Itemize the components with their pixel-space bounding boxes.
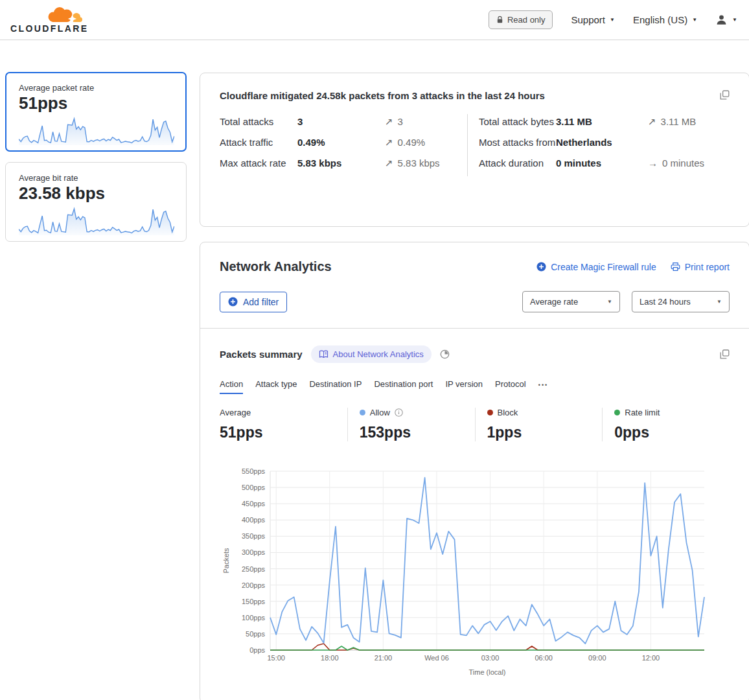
read-only-badge: Read only <box>489 10 553 29</box>
plus-circle-icon <box>228 297 238 307</box>
svg-text:200pps: 200pps <box>242 581 266 589</box>
user-menu[interactable]: ▼ <box>715 14 737 26</box>
lock-icon <box>496 16 503 24</box>
stat-label: Total attacks <box>220 114 297 129</box>
attack-summary-title: Cloudflare mitigated 24.58k packets from… <box>220 90 545 101</box>
legend-label: Block <box>498 408 518 417</box>
trend-up-icon: ↗ <box>648 114 656 129</box>
svg-text:500pps: 500pps <box>242 484 266 491</box>
legend-value: 153pps <box>360 424 475 441</box>
arrow-right-icon: → <box>648 156 658 170</box>
chevron-down-icon: ▼ <box>610 18 615 23</box>
stat-row: Attack duration 0 minutes →0 minutes <box>479 156 730 170</box>
packets-time-series-chart: 0pps50pps100pps150pps200pps250pps300pps3… <box>220 467 730 681</box>
network-analytics-panel: Network Analytics Create Magic Firewall … <box>200 242 749 700</box>
svg-text:Wed 06: Wed 06 <box>424 654 449 662</box>
about-network-analytics-badge[interactable]: About Network Analytics <box>311 345 432 363</box>
stat-row: Attack traffic 0.49% ↗0.49% <box>220 135 467 150</box>
svg-text:15:00: 15:00 <box>267 654 285 662</box>
legend-label: Average <box>220 408 251 417</box>
svg-text:Packets: Packets <box>222 548 230 574</box>
tab-ip-version[interactable]: IP version <box>445 379 483 394</box>
trend-up-icon: ↗ <box>385 156 393 170</box>
stat-label: Total attack bytes <box>479 114 556 129</box>
time-select-value: Last 24 hours <box>640 297 691 307</box>
chevron-down-icon: ▼ <box>607 299 612 305</box>
chevron-down-icon: ▼ <box>732 18 737 23</box>
cloudflare-cloud-icon <box>45 5 86 25</box>
tab-action[interactable]: Action <box>220 379 243 394</box>
stat-change: 5.83 kbps <box>398 156 440 170</box>
chevron-down-icon: ▼ <box>717 299 722 305</box>
chevron-down-icon: ▼ <box>692 18 697 23</box>
info-icon[interactable] <box>395 408 403 417</box>
card-average-packet-rate[interactable]: Average packet rate 51pps <box>5 72 187 152</box>
more-tabs-icon[interactable]: ••• <box>538 382 548 394</box>
user-icon <box>715 14 728 26</box>
tab-protocol[interactable]: Protocol <box>495 379 526 394</box>
stat-value: 3.11 MB <box>556 114 648 129</box>
attack-summary-panel: Cloudflare mitigated 24.58k packets from… <box>200 73 749 227</box>
rate-select-value: Average rate <box>530 297 578 307</box>
svg-text:150pps: 150pps <box>242 598 266 605</box>
legend-value: 1pps <box>487 424 603 441</box>
card-label: Average bit rate <box>19 173 173 183</box>
svg-text:250pps: 250pps <box>242 565 266 573</box>
print-report-label: Print report <box>685 262 730 272</box>
svg-text:Time (local): Time (local) <box>468 668 505 676</box>
card-average-bit-rate[interactable]: Average bit rate 23.58 kbps <box>5 162 187 242</box>
time-range-select[interactable]: Last 24 hours ▼ <box>632 291 730 312</box>
printer-icon <box>671 262 680 272</box>
cloudflare-logo[interactable]: CLOUDFLARE <box>10 4 83 36</box>
svg-text:50pps: 50pps <box>246 630 265 638</box>
language-menu[interactable]: English (US) ▼ <box>633 14 697 25</box>
legend-value: 0pps <box>614 424 730 441</box>
copy-icon[interactable] <box>720 90 730 100</box>
print-report-link[interactable]: Print report <box>671 262 730 272</box>
svg-text:06:00: 06:00 <box>535 654 553 662</box>
rate-type-select[interactable]: Average rate ▼ <box>522 291 620 312</box>
copy-icon[interactable] <box>720 349 730 359</box>
support-menu[interactable]: Support ▼ <box>571 14 614 25</box>
support-label: Support <box>571 14 605 25</box>
legend-allow: Allow 153pps <box>347 408 475 441</box>
rate-limit-dot-icon <box>614 410 620 415</box>
card-label: Average packet rate <box>19 83 173 93</box>
svg-text:21:00: 21:00 <box>374 654 393 662</box>
stat-label: Max attack rate <box>220 156 297 170</box>
stat-label: Most attacks from <box>479 135 556 150</box>
language-label: English (US) <box>633 14 687 25</box>
svg-text:300pps: 300pps <box>242 548 266 556</box>
stat-value: 0 minutes <box>556 156 648 170</box>
create-rule-label: Create Magic Firewall rule <box>551 262 656 272</box>
stat-row: Most attacks from Netherlands <box>479 135 730 150</box>
stat-value: 3 <box>297 114 385 129</box>
tab-destination-ip[interactable]: Destination IP <box>309 379 362 394</box>
create-magic-firewall-rule-link[interactable]: Create Magic Firewall rule <box>536 262 656 272</box>
svg-text:09:00: 09:00 <box>588 654 606 662</box>
svg-text:12:00: 12:00 <box>642 654 660 662</box>
stat-change: 3 <box>398 114 403 129</box>
svg-text:18:00: 18:00 <box>321 654 339 662</box>
stat-value: 5.83 kbps <box>297 156 385 170</box>
packet-rate-sparkline <box>19 115 174 145</box>
legend-value: 51pps <box>220 424 347 441</box>
badge-label: About Network Analytics <box>333 349 424 359</box>
app-header: CLOUDFLARE Read only Support ▼ English (… <box>0 0 749 40</box>
stat-label: Attack duration <box>479 156 556 170</box>
time-window-icon[interactable] <box>440 349 450 359</box>
cloudflare-wordmark: CLOUDFLARE <box>10 23 88 34</box>
allow-dot-icon <box>360 410 365 415</box>
stat-change: 0.49% <box>398 135 426 150</box>
tab-attack-type[interactable]: Attack type <box>255 379 297 394</box>
svg-text:350pps: 350pps <box>242 532 266 540</box>
card-value: 51pps <box>19 93 173 113</box>
stat-value: 0.49% <box>297 135 385 150</box>
stat-row: Total attacks 3 ↗3 <box>220 114 467 129</box>
legend-average: Average 51pps <box>220 408 347 441</box>
add-filter-button[interactable]: Add filter <box>220 292 287 312</box>
tab-destination-port[interactable]: Destination port <box>374 379 433 394</box>
block-dot-icon <box>487 410 493 415</box>
bit-rate-sparkline <box>19 205 174 235</box>
svg-text:0pps: 0pps <box>249 646 265 654</box>
